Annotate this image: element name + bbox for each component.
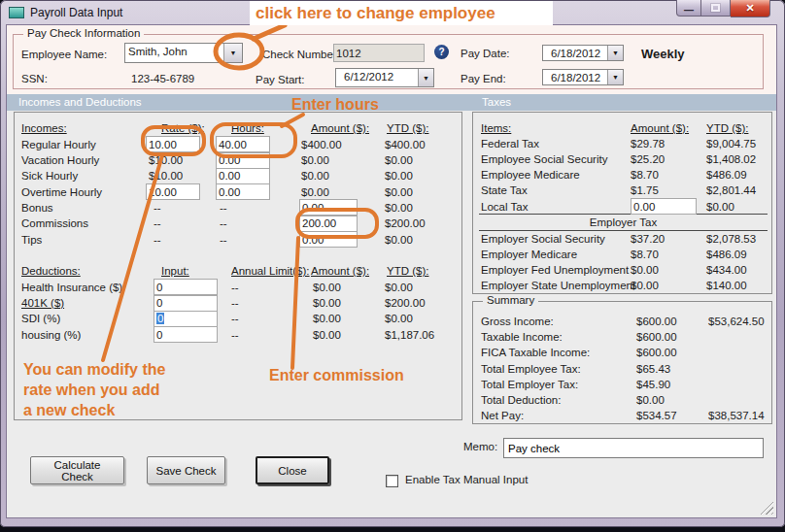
ytd-value: $0.00	[385, 186, 458, 198]
deduction-row-sdi: SDI (%) 0 -- $0.00 $0.00	[18, 311, 458, 326]
row-label: Total Deduction:	[479, 394, 634, 406]
row-label: Employer State Unemployment	[479, 280, 631, 291]
hours-input[interactable]	[216, 136, 270, 152]
memo-label: Memo:	[463, 441, 497, 452]
ytd-value: $0.00	[385, 234, 458, 246]
titlebar[interactable]: Payroll Data Input	[0, 0, 785, 25]
rate-value: --	[146, 202, 216, 214]
hours-input[interactable]	[216, 152, 270, 169]
row-label: Net Pay:	[479, 410, 634, 421]
pay-date-select[interactable]: 6/18/2012 ▼	[542, 45, 624, 61]
tax-row: Employee Medicare $8.70 $486.09	[479, 167, 768, 183]
pay-date-dropdown-button[interactable]: ▼	[607, 46, 623, 60]
tax-row: Employer State Unemployment $0.00 $140.0…	[479, 278, 768, 293]
deduction-row-health: Health Insurance ($) -- $0.00 $0.00	[18, 279, 458, 294]
close-window-button[interactable]: ✕	[731, 0, 770, 17]
close-button[interactable]: Close	[256, 456, 329, 484]
row-label: Regular Hourly	[18, 139, 146, 150]
sdi-input[interactable]: 0	[154, 311, 218, 327]
enable-tax-manual-input-checkbox[interactable]	[386, 475, 398, 487]
pay-end-dropdown-button[interactable]: ▼	[607, 70, 623, 84]
amount-value: $0.00	[299, 282, 385, 293]
amount-value: $0.00	[299, 170, 385, 182]
minimize-button[interactable]: —	[676, 0, 701, 17]
ytd-value: $2,078.53	[706, 233, 768, 245]
value: $600.00	[634, 347, 708, 358]
amount-value: $0.00	[299, 313, 385, 324]
check-number-label: Check Number:	[262, 49, 340, 60]
row-label: Health Insurance ($)	[18, 282, 146, 293]
amount-input[interactable]	[299, 231, 358, 248]
pay-start-dropdown-button[interactable]: ▼	[418, 69, 433, 86]
local-tax-input[interactable]	[631, 198, 697, 215]
hours-input[interactable]	[216, 183, 270, 200]
paycheck-info-group: Pay Check Information Employee Name: Smi…	[13, 34, 764, 89]
ytd-value: $38,537.14	[708, 410, 768, 421]
rate-value: --	[146, 217, 216, 229]
save-check-button[interactable]: Save Check	[147, 456, 225, 484]
amount-value: $0.00	[299, 186, 385, 198]
summary-row: FICA Taxable Income: $600.00	[479, 345, 768, 360]
deduction-row-housing: housing (%) -- $0.00 $1,187.06	[18, 326, 458, 342]
rate-value: --	[146, 234, 216, 246]
check-number-input[interactable]	[333, 44, 425, 62]
rate-input[interactable]	[146, 136, 200, 152]
value: $600.00	[634, 316, 708, 327]
ytd-value: $1,408.02	[706, 153, 768, 165]
health-insurance-input[interactable]	[154, 279, 218, 295]
ytd-value: $200.00	[385, 217, 458, 229]
memo-input[interactable]	[503, 438, 764, 458]
amount-input[interactable]	[299, 199, 358, 216]
resize-grip[interactable]	[760, 501, 773, 515]
hours-value: --	[216, 234, 299, 246]
401k-input[interactable]	[154, 295, 218, 312]
calculate-check-button[interactable]: Calculate Check	[30, 456, 124, 484]
ytd-value: $0.00	[385, 170, 458, 182]
pay-end-select[interactable]: 6/18/2012 ▼	[542, 69, 624, 85]
items-header: Items:	[479, 122, 631, 134]
section-header-bar: Incomes and Deductions Taxes	[7, 94, 776, 111]
value: $600.00	[634, 331, 708, 343]
maximize-button[interactable]	[701, 0, 731, 17]
employee-dropdown-button[interactable]: ▼	[223, 44, 242, 62]
row-label: Employer Fed Unemployment	[479, 264, 631, 276]
value: $65.43	[634, 363, 708, 375]
income-row-vacation: Vacation Hourly $10.00 $0.00 $0.00	[18, 152, 458, 168]
amount-header: Amount ($):	[631, 122, 706, 134]
employee-name-select[interactable]: Smith, John ▼	[124, 43, 243, 63]
row-label: FICA Taxable Income:	[479, 347, 634, 358]
summary-row: Total Employer Tax: $45.90	[479, 377, 768, 392]
selected-text: 0	[156, 313, 164, 324]
row-label-401k-link[interactable]: 401K ($)	[18, 297, 146, 309]
row-label: Total Employee Tax:	[479, 363, 634, 375]
ytd-value: $434.00	[706, 264, 768, 276]
tax-row: State Tax $1.75 $2,801.44	[479, 183, 768, 198]
group-title: Pay Check Information	[23, 27, 144, 39]
chevron-down-icon: ▼	[612, 50, 619, 56]
ytd-value: $140.00	[706, 280, 768, 291]
amount-value: $8.70	[631, 249, 706, 260]
hours-input[interactable]	[216, 168, 270, 184]
pay-start-select[interactable]: 6/12/2012 ▼	[335, 68, 434, 87]
row-label: Taxable Income:	[479, 331, 634, 343]
paycheck-info-section: Pay Check Information Employee Name: Smi…	[7, 25, 776, 94]
ytd-value: $53,624.50	[708, 316, 768, 327]
summary-title: Summary	[483, 294, 538, 306]
ytd-value: $0.00	[385, 282, 458, 293]
commission-amount-input[interactable]	[299, 216, 358, 232]
ytd-header: YTD ($):	[385, 122, 458, 134]
income-row-overtime: Overtime Hourly $0.00 $0.00	[18, 183, 458, 199]
payroll-window: Payroll Data Input — ✕ Pay Check Informa…	[0, 0, 785, 527]
pay-start-value: 6/12/2012	[336, 69, 418, 86]
ytd-value: $0.00	[706, 201, 768, 213]
ssn-label: SSN:	[21, 73, 48, 84]
row-label: Federal Tax	[479, 138, 631, 150]
income-row-tips: Tips -- -- $0.00	[18, 231, 458, 247]
pay-end-value: 6/18/2012	[543, 70, 607, 84]
deductions-header: Deductions:	[18, 265, 146, 277]
taxes-panel: Items: Amount ($): YTD ($): Federal Tax …	[472, 112, 772, 294]
income-row-commissions: Commissions -- -- $200.00	[18, 216, 458, 231]
rate-input[interactable]	[146, 183, 200, 200]
housing-input[interactable]	[154, 326, 218, 343]
help-icon[interactable]: ?	[434, 45, 449, 59]
